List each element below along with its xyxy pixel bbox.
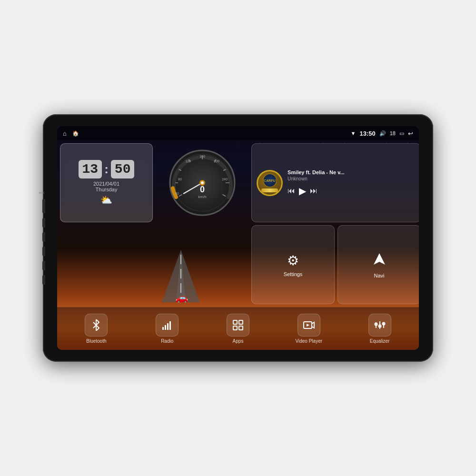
settings-label: Settings <box>284 271 303 277</box>
side-button-panel: MIC <box>39 191 45 285</box>
svg-rect-29 <box>162 327 164 330</box>
speedometer-widget: 40 80 120 160 200 240 0 km/h <box>156 143 248 304</box>
bluetooth-icon-wrapper <box>85 314 108 337</box>
svg-text:240: 240 <box>222 178 228 181</box>
car-headunit-device: MIC <box>43 114 433 362</box>
svg-rect-33 <box>233 320 237 324</box>
svg-rect-35 <box>233 326 237 330</box>
status-right: ▼ 13:50 🔊 18 ▭ ↩ <box>351 130 413 137</box>
music-info-section: Smiley ft. Delia - Ne v... Unknown ⏮ ▶ ⏭ <box>288 169 416 197</box>
music-title: Smiley ft. Delia - Ne v... <box>288 169 416 175</box>
svg-rect-34 <box>239 320 243 324</box>
mic-label: MIC <box>39 191 45 194</box>
wifi-icon: ▼ <box>351 130 356 136</box>
bottom-bar: Bluetooth Radio <box>57 307 419 350</box>
bottom-item-equalizer[interactable]: Equalizer <box>344 314 415 344</box>
clock-widget[interactable]: 13 : 50 2021/04/01 Thursday ⛅ <box>60 143 153 222</box>
weather-icon: ⛅ <box>100 194 112 206</box>
navi-icon <box>372 251 387 270</box>
next-button[interactable]: ⏭ <box>310 187 317 195</box>
bottom-item-video[interactable]: Video Player <box>273 314 344 344</box>
volume-icon: 🔊 <box>379 130 386 137</box>
main-content-grid: 13 : 50 2021/04/01 Thursday ⛅ <box>57 140 419 307</box>
svg-marker-28 <box>374 253 385 265</box>
apps-icon-wrapper <box>227 314 249 337</box>
bottom-item-bluetooth[interactable]: Bluetooth <box>61 314 132 344</box>
settings-icon: ⚙ <box>287 253 299 268</box>
speedometer-svg: 40 80 120 160 200 240 0 km/h <box>167 147 238 218</box>
side-button-back[interactable] <box>42 247 45 256</box>
equalizer-label: Equalizer <box>370 338 390 344</box>
svg-text:0: 0 <box>199 185 204 194</box>
svg-rect-30 <box>165 325 166 330</box>
clock-hours: 13 <box>79 160 102 178</box>
apps-icon <box>232 319 244 331</box>
bluetooth-icon <box>90 319 102 331</box>
svg-text:40: 40 <box>175 192 179 195</box>
svg-text:120: 120 <box>185 159 191 163</box>
navi-widget[interactable]: Navi <box>337 225 419 304</box>
radio-icon <box>161 319 173 331</box>
side-button-rst[interactable] <box>42 199 45 213</box>
svg-rect-36 <box>239 326 243 330</box>
side-button-vol-up[interactable] <box>42 261 45 270</box>
volume-value: 18 <box>390 130 396 136</box>
navi-label: Navi <box>374 273 384 278</box>
back-icon[interactable]: ↩ <box>408 130 413 137</box>
svg-text:80: 80 <box>178 178 182 181</box>
equalizer-icon <box>374 319 386 331</box>
svg-text:160: 160 <box>199 155 205 158</box>
svg-point-25 <box>201 181 204 184</box>
screen: 🚗 ⌂ 🏠 ▼ 13:50 🔊 18 ▭ ↩ 13 <box>57 126 419 350</box>
clock-weather: ⛅ <box>100 194 112 206</box>
clock-separator: : <box>104 160 109 178</box>
clock-day: Thursday <box>96 187 118 192</box>
side-button-vol-down[interactable] <box>42 275 45 285</box>
play-button[interactable]: ▶ <box>299 185 306 197</box>
radio-label: Radio <box>161 338 173 344</box>
side-button-home[interactable] <box>42 232 45 242</box>
prev-button[interactable]: ⏮ <box>288 187 295 195</box>
status-bar: ⌂ 🏠 ▼ 13:50 🔊 18 ▭ ↩ <box>57 126 419 140</box>
video-icon-wrapper <box>298 314 320 337</box>
video-player-icon <box>303 319 315 331</box>
music-controls: ⏮ ▶ ⏭ <box>288 185 416 197</box>
status-left: ⌂ 🏠 <box>63 130 79 137</box>
bottom-item-radio[interactable]: Radio <box>132 314 203 344</box>
svg-rect-32 <box>169 321 171 330</box>
radio-icon-wrapper <box>156 314 178 337</box>
music-widget[interactable]: CARFU Smiley ft. Delia - Ne v... Unknown… <box>251 143 419 222</box>
house-filled-icon[interactable]: 🏠 <box>72 130 79 137</box>
home-outline-icon[interactable]: ⌂ <box>63 130 67 137</box>
status-time: 13:50 <box>360 130 376 137</box>
svg-text:200: 200 <box>214 159 219 163</box>
clock-display: 13 : 50 <box>79 160 135 178</box>
svg-text:km/h: km/h <box>198 195 206 199</box>
clock-date: 2021/04/01 <box>93 181 119 187</box>
music-artist: Unknown <box>288 176 416 181</box>
equalizer-icon-wrapper <box>368 314 391 337</box>
bluetooth-label: Bluetooth <box>86 338 106 344</box>
video-label: Video Player <box>296 338 323 344</box>
clock-minutes: 50 <box>111 160 135 178</box>
svg-rect-31 <box>167 323 169 330</box>
svg-marker-38 <box>307 324 309 327</box>
side-button-power[interactable] <box>42 218 45 228</box>
apps-label: Apps <box>233 338 244 344</box>
battery-icon: ▭ <box>399 130 404 137</box>
settings-widget[interactable]: ⚙ Settings <box>251 225 335 304</box>
music-album-art: CARFU <box>257 170 283 196</box>
bottom-item-apps[interactable]: Apps <box>203 314 274 344</box>
